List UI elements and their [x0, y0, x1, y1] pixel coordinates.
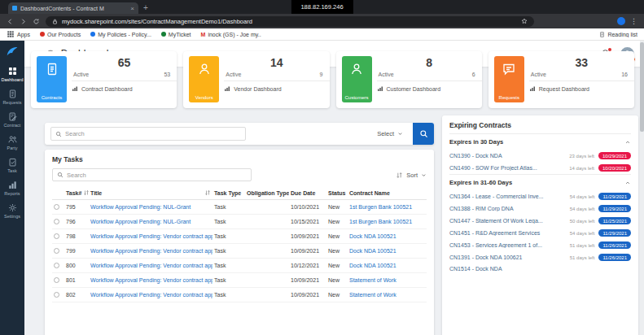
expiring-contract-name[interactable]: CN1490 - SOW For Project Atlas... — [449, 165, 565, 171]
expiring-contract-item: CN1388 - RIM Corp DNA54 days left11/29/2… — [449, 202, 631, 215]
settings-icon — [8, 203, 17, 212]
due-date-cell: 10/09/2021 — [289, 229, 326, 244]
expiring-contract-name[interactable]: CN1451 - R&D Agreement Services — [449, 230, 566, 236]
expiring-contract-name[interactable]: CN1364 - Lease - Commercial Inve... — [449, 194, 566, 199]
task-row: 801Workflow Approval Pending: Vendor con… — [52, 273, 427, 288]
kpi-active-row: Active16 — [529, 69, 634, 81]
bookmark-star-icon[interactable] — [521, 18, 528, 24]
task-row-radio[interactable] — [54, 204, 59, 210]
contract-name-link[interactable]: Dock NDA 100521 — [349, 233, 396, 239]
expiring-contract-name[interactable]: CN1514 - Dock NDA — [449, 266, 627, 272]
expiring-group-header[interactable]: Expires in 30 Days — [449, 133, 631, 150]
task-row-radio[interactable] — [54, 263, 59, 268]
contract-name-link[interactable]: Dock NDA 100521 — [349, 248, 396, 254]
sidebar-item-requests[interactable]: Requests — [0, 85, 24, 108]
kpi-active-row: Active6 — [377, 69, 482, 81]
new-tab-button[interactable]: + — [143, 2, 148, 14]
sort-label: Sort — [406, 172, 418, 179]
title-header[interactable]: Title — [89, 187, 212, 200]
scrollbar-thumb[interactable] — [640, 42, 644, 132]
expiring-contract-name[interactable]: CN1390 - Dock NDA — [449, 153, 565, 159]
app-logo[interactable] — [5, 45, 20, 59]
kpi-dashboard-link[interactable]: Customer Dashboard — [377, 81, 482, 92]
obligation-type-header[interactable]: Obligation Type — [245, 187, 289, 200]
expiring-contract-name[interactable]: CN1391 - Dock NDA 100621 — [449, 255, 566, 260]
bookmark-item[interactable]: Apps — [7, 30, 30, 38]
task-title-link[interactable]: Workflow Approval Pending: Vendor contra… — [90, 233, 212, 239]
page-scrollbar[interactable] — [640, 41, 644, 335]
kpi-tile-label: Contracts — [42, 95, 63, 100]
refresh-icon[interactable] — [33, 18, 40, 25]
contract-name-link[interactable]: Dock NDA 100521 — [349, 263, 396, 268]
task-title-link[interactable]: Workflow Approval Pending: NUL-Grant — [90, 219, 191, 224]
task-title-link[interactable]: Workflow Approval Pending: Vendor contra… — [90, 277, 212, 283]
address-bar[interactable]: mydock.sharepoint.com/sites/ContractMana… — [46, 16, 534, 27]
sidebar-item-contract[interactable]: Contract — [0, 108, 24, 131]
status-header[interactable]: Status — [326, 187, 348, 200]
kpi-active-row: Active9 — [224, 69, 329, 81]
task-row-radio[interactable] — [54, 248, 59, 254]
browser-profile-avatar[interactable] — [617, 17, 625, 25]
kpi-dashboard-link[interactable]: Vendor Dashboard — [224, 81, 329, 92]
kpi-count: 14 — [224, 51, 329, 69]
sort-control[interactable]: Sort — [396, 172, 427, 179]
browser-menu-icon[interactable]: ⋮ — [630, 17, 637, 25]
task-type-cell: Task — [212, 200, 245, 215]
days-left-label: 51 days left — [570, 243, 595, 248]
task-row: 796Workflow Approval Pending: NUL-GrantT… — [52, 215, 427, 229]
kpi-active-count: 6 — [472, 72, 475, 77]
task-row-radio[interactable] — [54, 277, 59, 283]
due-date-header[interactable]: Due Date — [289, 187, 326, 200]
task-row-radio[interactable] — [54, 292, 59, 298]
kpi-dashboard-link-label: Customer Dashboard — [387, 86, 441, 92]
expiring-group-header[interactable]: Expires in 31-60 Days — [449, 174, 631, 190]
browser-tab[interactable]: DashboardContents - Contract M × — [8, 2, 138, 14]
task-row: 800Workflow Approval Pending: Vendor con… — [52, 259, 427, 273]
task-number-header-label: Task# — [66, 190, 81, 196]
contract-name-link[interactable]: Statement of Work — [349, 277, 396, 283]
expiring-contract-name[interactable]: CN1453 - Services Agreement 1 of... — [449, 242, 566, 248]
reading-list-button[interactable]: Reading list — [599, 32, 637, 37]
task-number-header[interactable]: Task# — [64, 187, 89, 200]
kpi-dashboard-link[interactable]: Request Dashboard — [529, 81, 634, 92]
task-type-header[interactable]: Task Type — [212, 187, 245, 200]
forward-icon[interactable] — [20, 18, 27, 25]
sidebar-item-label: Requests — [2, 100, 21, 105]
sidebar-item-settings[interactable]: Settings — [0, 199, 24, 222]
bookmark-item[interactable]: MyTicket — [161, 32, 191, 37]
task-row-radio[interactable] — [54, 219, 59, 224]
contract-name-header[interactable]: Contract Name — [348, 187, 427, 200]
task-title-link[interactable]: Workflow Approval Pending: Vendor contra… — [90, 248, 212, 254]
barchart-icon — [529, 85, 536, 92]
task-title-link[interactable]: Workflow Approval Pending: NUL-Grant — [90, 204, 191, 210]
person-icon — [350, 63, 363, 76]
contract-name-link[interactable]: 1st Burgen Bank 100521 — [349, 219, 412, 224]
global-search-input[interactable] — [65, 130, 241, 137]
back-icon[interactable] — [7, 18, 14, 25]
sidebar-item-dashboard[interactable]: Dashboard — [0, 63, 24, 85]
sidebar-item-task[interactable]: Task — [0, 154, 24, 176]
bookmark-item[interactable]: My Policies - Policy... — [90, 32, 151, 37]
chevron-down-icon — [421, 172, 427, 178]
tab-close-icon[interactable]: × — [130, 5, 134, 12]
bookmark-item[interactable]: Our Products — [40, 32, 81, 37]
sidebar-item-party[interactable]: Party — [0, 131, 24, 154]
task-title-cell: Workflow Approval Pending: NUL-Grant — [89, 200, 212, 215]
tasks-search-input[interactable] — [67, 172, 247, 179]
search-scope-select[interactable]: Select — [377, 130, 403, 137]
contract-name-link[interactable]: 1st Burgen Bank 100521 — [349, 204, 412, 210]
dashboard-icon — [8, 67, 17, 76]
task-title-link[interactable]: Workflow Approval Pending: Vendor contra… — [90, 263, 212, 268]
task-row-radio[interactable] — [54, 233, 59, 239]
search-button[interactable] — [413, 123, 434, 145]
search-scope-label: Select — [377, 130, 394, 137]
expiring-contract-name[interactable]: CN1388 - RIM Corp DNA — [449, 206, 566, 211]
status-cell: New — [326, 288, 348, 302]
kpi-dashboard-link[interactable]: Contract Dashboard — [72, 81, 177, 92]
expiring-contract-name[interactable]: CN1447 - Statement Of Work Lega... — [449, 218, 566, 224]
task-title-link[interactable]: Workflow Approval Pending: Vendor contra… — [90, 292, 212, 298]
task-row: 795Workflow Approval Pending: NUL-GrantT… — [52, 200, 427, 215]
contract-name-link[interactable]: Statement of Work — [349, 292, 396, 298]
bookmark-item[interactable]: Minock (GS) - Joe my.. — [201, 32, 261, 37]
sidebar-item-reports[interactable]: Reports — [0, 176, 24, 199]
